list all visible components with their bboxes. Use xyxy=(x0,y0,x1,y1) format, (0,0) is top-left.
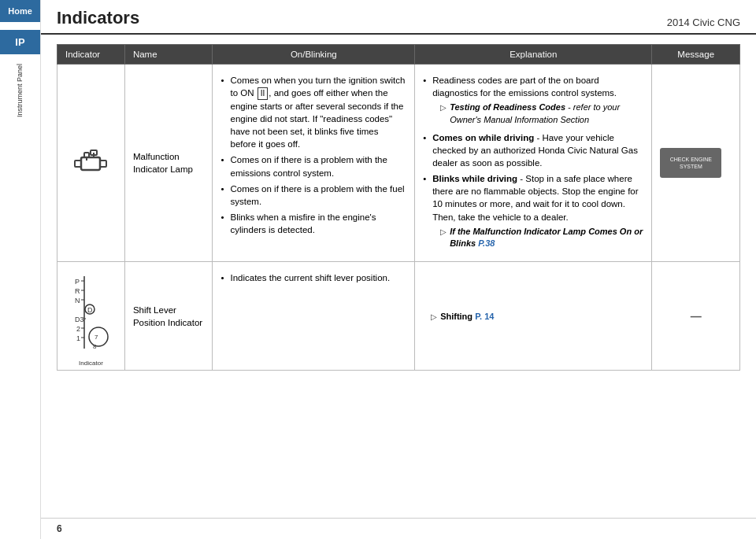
name-cell-malfunction: Malfunction Indicator Lamp xyxy=(124,65,213,262)
col-explanation: Explanation xyxy=(415,45,652,65)
svg-text:P: P xyxy=(75,278,80,286)
check-engine-image: CHECK ENGINE SYSTEM xyxy=(660,148,721,178)
explanation-cell-shift: ▷ Shifting P. 14 xyxy=(415,262,652,371)
name-cell-shift: Shift Lever Position Indicator xyxy=(124,262,213,371)
page-header: Indicators 2014 Civic CNG xyxy=(41,0,756,35)
on-blinking-cell-shift: Indicates the current shift lever positi… xyxy=(213,262,415,371)
sidebar-item-home[interactable]: Home xyxy=(0,0,40,22)
explanation-list: Readiness codes are part of the on board… xyxy=(423,72,643,253)
engine-warning-icon xyxy=(72,146,109,178)
explanation-cell-malfunction: Readiness codes are part of the on board… xyxy=(415,65,652,262)
crossref-icon-shift: ▷ xyxy=(431,312,437,321)
col-message: Message xyxy=(652,45,740,65)
on-blinking-list: Comes on when you turn the ignition swit… xyxy=(220,72,406,238)
vehicle-name: 2014 Civic CNG xyxy=(667,17,740,28)
svg-text:N: N xyxy=(75,297,80,305)
table-header-row: Indicator Name On/Blinking Explanation M… xyxy=(57,45,740,65)
ip-label: IP xyxy=(15,36,24,48)
list-item: Comes on if there is a problem with the … xyxy=(220,181,406,209)
svg-text:7: 7 xyxy=(94,334,98,341)
table-row: Malfunction Indicator Lamp Comes on when… xyxy=(57,65,740,262)
crossref-text-2: If the Malfunction Indicator Lamp Comes … xyxy=(450,226,643,250)
home-label: Home xyxy=(8,6,32,16)
svg-text:8: 8 xyxy=(93,343,97,350)
table-row: P R N D D xyxy=(57,262,740,371)
crossref-icon: ▷ xyxy=(440,102,447,113)
list-item: Blinks while driving - Stop in a safe pl… xyxy=(423,171,643,253)
list-item: Comes on when you turn the ignition swit… xyxy=(220,72,406,152)
indicator-cell-shift: P R N D D xyxy=(57,262,125,371)
malfunction-name: Malfunction Indicator Lamp xyxy=(133,152,193,174)
list-item: Comes on if there is a problem with the … xyxy=(220,152,406,180)
crossref-icon-2: ▷ xyxy=(440,227,447,238)
indicator-cell-engine xyxy=(57,65,125,262)
svg-rect-0 xyxy=(81,157,100,170)
svg-text:D3: D3 xyxy=(75,316,84,323)
svg-point-23 xyxy=(89,327,108,346)
svg-text:R: R xyxy=(75,287,80,295)
col-indicator: Indicator xyxy=(57,45,125,65)
on-blinking-cell-malfunction: Comes on when you turn the ignition swit… xyxy=(213,65,415,262)
bold-term: Comes on while driving xyxy=(432,133,534,142)
svg-text:D: D xyxy=(87,306,93,314)
shifting-text: Shifting P. 14 xyxy=(440,312,494,321)
cross-ref-malfunction: ▷ If the Malfunction Indicator Lamp Come… xyxy=(440,226,643,250)
svg-rect-3 xyxy=(84,153,89,157)
ignition-symbol: II xyxy=(258,87,269,100)
list-item: Readiness codes are part of the on board… xyxy=(423,72,643,130)
cross-ref-readiness: ▷ Testing of Readiness Codes - refer to … xyxy=(440,102,643,126)
shift-indicator-label: Indicator xyxy=(65,360,117,367)
list-item: Blinks when a misfire in the engine's cy… xyxy=(220,209,406,238)
svg-text:1: 1 xyxy=(76,334,80,342)
message-cell-shift: — xyxy=(652,262,740,371)
sidebar-instrument-panel-label: Instrument Panel xyxy=(16,64,25,117)
main-content: Indicators 2014 Civic CNG Indicator Name… xyxy=(41,0,756,539)
shift-name: Shift Lever Position Indicator xyxy=(133,305,202,327)
page-number: 6 xyxy=(57,523,62,534)
bold-term: Blinks while driving xyxy=(432,174,517,183)
indicators-table: Indicator Name On/Blinking Explanation M… xyxy=(57,44,740,371)
list-item: Comes on while driving - Have your vehic… xyxy=(423,130,643,171)
col-on-blinking: On/Blinking xyxy=(213,45,415,65)
cross-ref-shifting: ▷ Shifting P. 14 xyxy=(431,312,643,321)
sidebar: Home IP Instrument Panel xyxy=(0,0,41,539)
page-footer: 6 xyxy=(41,518,756,539)
col-name: Name xyxy=(124,45,213,65)
list-item: Indicates the current shift lever positi… xyxy=(220,270,406,286)
dash-placeholder: — xyxy=(691,310,702,323)
shift-on-blinking-list: Indicates the current shift lever positi… xyxy=(220,270,406,286)
sidebar-item-ip[interactable]: IP xyxy=(0,30,40,54)
message-cell-engine: CHECK ENGINE SYSTEM xyxy=(652,65,740,262)
page-title: Indicators xyxy=(57,8,139,28)
svg-text:2: 2 xyxy=(76,325,80,333)
shift-lever-icon: P R N D D xyxy=(69,270,113,356)
content-area: Indicator Name On/Blinking Explanation M… xyxy=(41,35,756,518)
crossref-text: Testing of Readiness Codes - refer to yo… xyxy=(450,102,643,126)
